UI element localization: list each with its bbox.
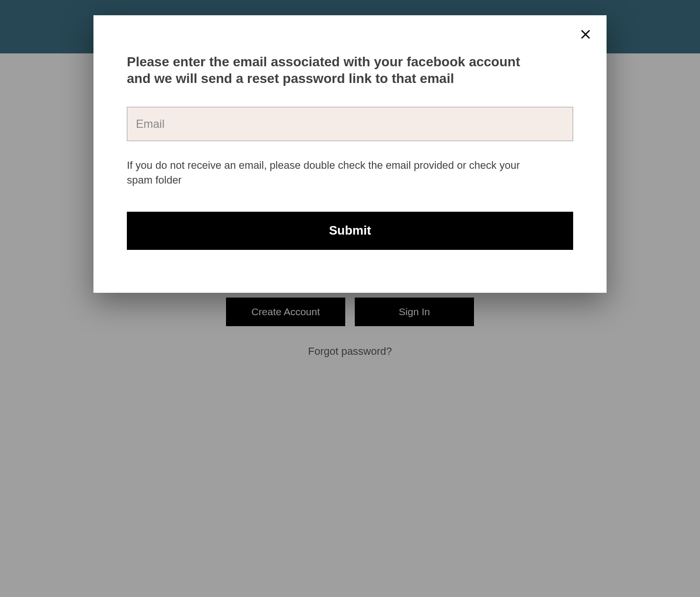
modal-heading: Please enter the email associated with y… (127, 53, 542, 87)
close-button[interactable] (578, 27, 593, 42)
modal-note: If you do not receive an email, please d… (127, 158, 542, 188)
close-icon (578, 35, 593, 43)
reset-password-modal: Please enter the email associated with y… (93, 15, 607, 293)
submit-button[interactable]: Submit (127, 212, 573, 250)
email-field[interactable] (127, 107, 573, 141)
